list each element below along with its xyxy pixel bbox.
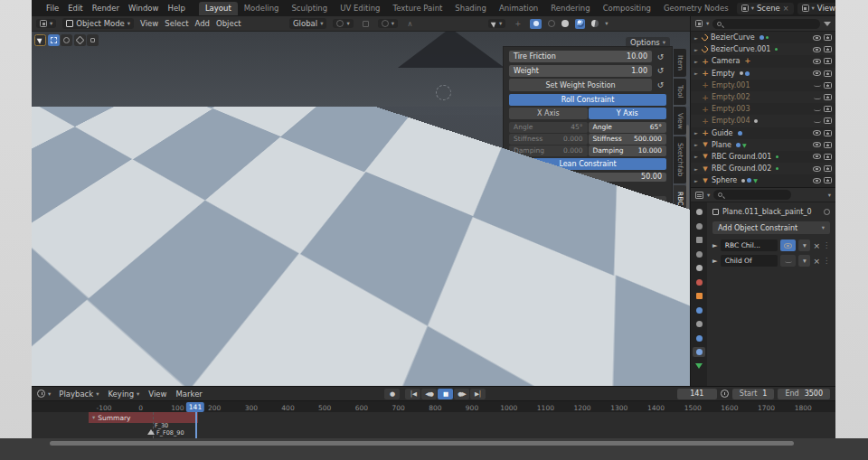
outliner-row-beziercurve[interactable]: ►BezierCurve	[691, 32, 835, 43]
unlink-scene-icon[interactable]: ×	[783, 5, 789, 13]
field-time[interactable]: Time0.00	[509, 267, 666, 276]
camera-visibility-icon[interactable]	[824, 142, 832, 148]
menu-help[interactable]: Help	[163, 2, 189, 14]
properties-tab-output[interactable]	[693, 235, 705, 245]
next-keyframe-button[interactable]: ●▶	[454, 389, 469, 399]
gizmo-toggle-icon[interactable]: +	[512, 19, 524, 29]
reset-icon[interactable]: ↺	[655, 65, 666, 77]
camera-visibility-icon[interactable]	[824, 70, 832, 77]
motorcycle-model[interactable]: 19	[158, 130, 448, 324]
display-mode-icon[interactable]	[695, 20, 703, 27]
outliner-row-guide[interactable]: ►+Guide	[691, 127, 835, 139]
field-lean-strength[interactable]: Lean Strength50.00	[509, 173, 666, 182]
outliner-row-rbc-ground-002[interactable]: ►▼RBC Ground.002	[691, 163, 835, 174]
eye-hidden-icon[interactable]	[814, 83, 821, 87]
viewport-options-button[interactable]: Options ▾	[626, 37, 670, 48]
eye-visible-icon[interactable]	[813, 166, 821, 172]
tab-x-axis[interactable]: X Axis	[509, 108, 588, 119]
constraint-enable-toggle[interactable]	[780, 255, 796, 267]
properties-tab-scene[interactable]	[693, 263, 705, 273]
properties-tab-view-layer[interactable]	[693, 249, 705, 259]
constraint-menu-button[interactable]: ▾	[798, 255, 810, 267]
properties-editor-icon[interactable]	[695, 192, 703, 199]
field-right-stiffness[interactable]: Stiffness500.000	[589, 134, 667, 145]
camera-visibility-icon[interactable]	[824, 130, 832, 136]
constraint-row-rbc-chil[interactable]: ►RBC Chil...▾×⋮	[712, 239, 830, 251]
recalibrate-icon[interactable]: ↻	[645, 196, 666, 211]
constraint-menu-button[interactable]: ▾	[798, 239, 810, 251]
editor-type-button[interactable]: ▾	[36, 19, 56, 28]
field-tire-friction[interactable]: Tire Friction10.00	[509, 51, 652, 62]
filter-icon[interactable]	[824, 22, 831, 26]
record-button[interactable]: ●	[384, 389, 400, 399]
eye-visible-icon[interactable]	[813, 59, 821, 64]
outliner-row-empty-004[interactable]: +Empty.004	[691, 115, 835, 127]
viewport-3d[interactable]: 19 ▾ Object Mode ▾ ViewSelectAddObje	[32, 16, 690, 386]
ui-control-icon[interactable]: ≡	[509, 196, 531, 211]
menu-edit[interactable]: Edit	[63, 2, 87, 14]
viewport-menu-add[interactable]: Add	[194, 19, 209, 28]
camera-visibility-icon[interactable]	[824, 177, 832, 183]
snap-target-button[interactable]: ▾	[333, 19, 353, 28]
constraint-enable-toggle[interactable]	[780, 239, 796, 251]
cone-object[interactable]	[398, 28, 505, 68]
current-frame-field[interactable]: 141	[677, 389, 717, 399]
playhead[interactable]	[195, 412, 197, 438]
sidebar-tab-rbc[interactable]: RBC	[674, 185, 686, 211]
gamepad-control-icon[interactable]: ◎	[533, 196, 554, 211]
properties-tab-data[interactable]	[693, 361, 705, 371]
eye-visible-icon[interactable]	[813, 142, 821, 147]
properties-tab-render[interactable]	[693, 221, 705, 231]
workspace-tab-sculpting[interactable]: Sculpting	[285, 2, 334, 15]
timeline-menu-playback[interactable]: Playback▾	[59, 390, 99, 399]
outliner-row-empty-003[interactable]: +Empty.003	[691, 103, 835, 115]
move-tool-button[interactable]	[74, 34, 86, 46]
outliner-row-sphere[interactable]: ►▼Sphere▼	[691, 174, 835, 186]
field-torque[interactable]: Torque0.50	[509, 290, 666, 299]
viewport-menu-select[interactable]: Select	[165, 19, 188, 28]
previous-keyframe-button[interactable]: ◀●	[421, 389, 437, 399]
field-left-damping[interactable]: Damping0.000	[509, 146, 588, 156]
outliner-row-plane[interactable]: ►▼Plane▼	[691, 139, 835, 151]
properties-tab-modifiers[interactable]	[693, 305, 705, 315]
outliner-row-empty[interactable]: ►+Empty	[691, 68, 835, 80]
outliner-search-input[interactable]	[712, 19, 820, 29]
camera-visibility-icon[interactable]	[824, 154, 832, 160]
properties-tab-world[interactable]	[693, 277, 705, 287]
workspace-tab-compositing[interactable]: Compositing	[597, 2, 657, 15]
jump-to-start-button[interactable]: │◀	[405, 389, 420, 399]
outliner-row-empty-001[interactable]: +Empty.001	[691, 80, 835, 91]
horizontal-scrollbar[interactable]	[50, 441, 794, 446]
workspace-tab-animation[interactable]: Animation	[493, 2, 544, 15]
shading-material-icon[interactable]	[575, 19, 585, 29]
eye-visible-icon[interactable]	[813, 154, 821, 159]
camera-visibility-icon[interactable]	[824, 58, 832, 64]
timeline-channels[interactable]: ▾ Summary F_30 F_F08_90	[32, 412, 835, 438]
camera-visibility-icon[interactable]	[824, 106, 832, 112]
field-weight[interactable]: Weight1.00	[509, 65, 652, 77]
reset-icon[interactable]: ↺	[655, 79, 666, 91]
tab-mph[interactable]: MPH	[509, 240, 588, 252]
properties-tab-object[interactable]	[693, 291, 705, 301]
timeline-menu-keying[interactable]: Keying▾	[108, 390, 139, 399]
field-drive[interactable]: Drive0 m/s	[509, 278, 666, 287]
eye-visible-icon[interactable]	[813, 47, 821, 52]
properties-tab-tool[interactable]	[693, 207, 705, 217]
properties-tab-particles[interactable]	[693, 319, 705, 329]
select-box-tool-button[interactable]	[48, 34, 60, 46]
shading-solid-icon[interactable]	[561, 20, 569, 27]
workspace-tab-shading[interactable]: Shading	[448, 2, 493, 15]
drag-handle-icon[interactable]: ⋮	[823, 241, 830, 249]
timeline-editor-button[interactable]: ▾	[37, 390, 51, 398]
menu-render[interactable]: Render	[88, 2, 124, 14]
sidebar-tab-tool[interactable]: Tool	[674, 79, 686, 105]
field-left-stiffness[interactable]: Stiffness0.000	[509, 134, 588, 145]
orientation-selector[interactable]: Global ▾	[289, 18, 326, 29]
eye-visible-icon[interactable]	[813, 70, 821, 76]
falloff-icon[interactable]: ∧	[404, 19, 416, 29]
properties-tab-physics[interactable]	[693, 333, 705, 343]
jump-to-end-button[interactable]: ▶│	[470, 389, 486, 399]
scene-selector[interactable]: ▾ Scene ×	[737, 3, 794, 14]
sidebar-tab-item[interactable]: Item	[674, 49, 686, 77]
viewport-menu-view[interactable]: View	[140, 19, 158, 28]
